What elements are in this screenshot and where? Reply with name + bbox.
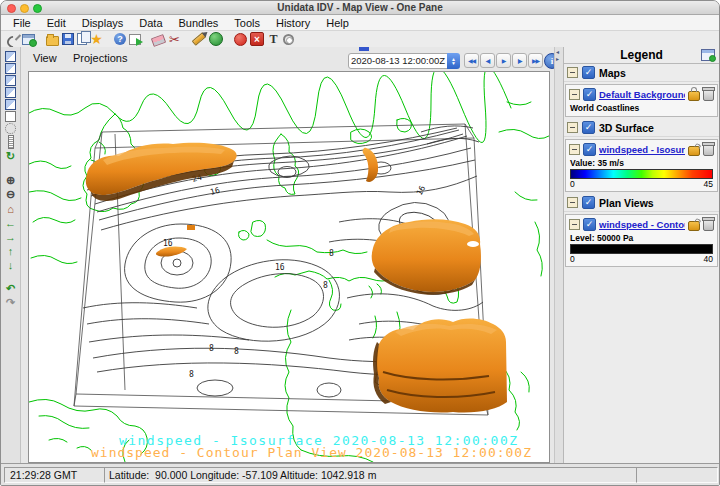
view-menu[interactable]: View: [33, 52, 57, 64]
help-icon[interactable]: ?: [114, 33, 126, 45]
menu-data[interactable]: Data: [131, 17, 170, 29]
legend-header: Legend: [564, 47, 719, 64]
unlock-icon[interactable]: [688, 221, 700, 231]
vertical-scale-icon[interactable]: [8, 135, 14, 149]
colorbar-max: 45: [704, 179, 713, 189]
export-image-icon[interactable]: [129, 34, 141, 45]
legend-item-default-background-maps: ✓ Default Background Maps World Coastlin…: [565, 84, 718, 117]
menu-history[interactable]: History: [268, 17, 318, 29]
clock-display: 21:29:28 GMT: [4, 467, 107, 483]
time-stepper[interactable]: ▲▼: [447, 53, 460, 69]
pan-down-icon[interactable]: ↓: [4, 258, 17, 271]
pan-left-icon[interactable]: ←: [4, 216, 17, 229]
record-movie-icon[interactable]: [234, 33, 247, 46]
lock-icon[interactable]: [688, 91, 700, 101]
menu-file[interactable]: File: [5, 17, 39, 29]
collapse-right-icon[interactable]: ▸: [556, 56, 559, 62]
default-background-maps-checkbox[interactable]: ✓: [583, 88, 596, 101]
menu-bar: FileEditDisplaysDataBundlesToolsHistoryH…: [1, 15, 719, 31]
blank-view-icon[interactable]: [5, 111, 16, 122]
windspeed-contour-link[interactable]: windspeed - Contour Pl...: [599, 219, 685, 230]
perspective-icon[interactable]: [5, 123, 16, 134]
contour-label: 16: [209, 186, 221, 197]
show-data-chooser-icon[interactable]: [6, 33, 19, 46]
windspeed-isosurface-checkbox[interactable]: ✓: [583, 143, 596, 156]
go-first-button[interactable]: ◀◀: [464, 53, 479, 68]
unlock-icon[interactable]: [688, 146, 700, 156]
zoom-in-icon[interactable]: ⊕: [4, 174, 17, 187]
collapse-box-icon[interactable]: [569, 219, 580, 230]
pan-up-icon[interactable]: ↑: [4, 244, 17, 257]
contour-label: 8: [189, 370, 194, 379]
home-view-icon[interactable]: ⌂: [4, 202, 17, 215]
legend-title: Legend: [564, 48, 719, 62]
settings-icon[interactable]: [283, 34, 294, 45]
drawing-control-icon[interactable]: [192, 32, 207, 46]
undo-icon[interactable]: ↶: [4, 282, 17, 295]
projection-view-icon-2[interactable]: [5, 63, 16, 74]
menu-tools[interactable]: Tools: [226, 17, 268, 29]
new-display-window-icon[interactable]: [22, 34, 35, 45]
remove-data-icon[interactable]: ✂: [168, 33, 181, 46]
go-last-button[interactable]: ▶▶: [528, 53, 543, 68]
save-bundle-icon[interactable]: [62, 33, 74, 45]
isosurface-blob-bottomright: [373, 318, 507, 412]
open-bundle-icon[interactable]: [46, 36, 59, 46]
redo-icon[interactable]: ↷: [4, 296, 17, 309]
play-button[interactable]: ▶: [496, 53, 511, 68]
collapse-box-icon[interactable]: [567, 197, 578, 208]
step-back-button[interactable]: ◀|: [480, 53, 495, 68]
projection-view-icon-5[interactable]: [5, 99, 16, 110]
projection-view-icon-1[interactable]: [5, 51, 16, 62]
title-bar[interactable]: Unidata IDV - Map View - One Pane: [1, 1, 719, 15]
step-forward-button[interactable]: |▶: [512, 53, 527, 68]
time-slider-thumb[interactable]: [359, 47, 369, 51]
maps-checkbox[interactable]: ✓: [582, 66, 595, 79]
contour-label: 16: [275, 263, 285, 272]
auto-rotate-icon[interactable]: ↻: [4, 150, 17, 163]
contour-label: 8: [209, 344, 214, 353]
map-3d-canvas[interactable]: 24 16 16 16 8 8 16 8 8 8 8: [28, 71, 550, 463]
default-background-maps-link[interactable]: Default Background Maps: [599, 89, 685, 100]
plan-views-checkbox[interactable]: ✓: [582, 196, 595, 209]
save-as-favorite-icon[interactable]: [77, 33, 87, 45]
zoom-out-icon[interactable]: ⊖: [4, 188, 17, 201]
trash-icon[interactable]: [703, 219, 714, 231]
windspeed-contour-checkbox[interactable]: ✓: [583, 218, 596, 231]
windspeed-isosurface-link[interactable]: windspeed - Isosurface: [599, 144, 685, 155]
isosurface-blob-midright: [372, 219, 481, 295]
collapse-box-icon[interactable]: [569, 89, 580, 100]
trash-icon[interactable]: [703, 89, 714, 101]
trash-icon[interactable]: [703, 144, 714, 156]
text-note-icon[interactable]: T: [267, 33, 280, 46]
time-select-field[interactable]: 2020-08-13 12:00:00Z: [348, 53, 448, 69]
pan-right-icon[interactable]: →: [4, 230, 17, 243]
menu-help[interactable]: Help: [318, 17, 357, 29]
map-view-icon[interactable]: [209, 32, 223, 46]
menu-displays[interactable]: Displays: [74, 17, 132, 29]
collapse-box-icon[interactable]: [567, 67, 578, 78]
contour-label: 16: [163, 239, 173, 248]
favorites-icon[interactable]: ★: [90, 33, 103, 46]
remove-displays-icon[interactable]: [151, 34, 166, 47]
colorbar-min: 0: [570, 179, 575, 189]
legend-category-plan-views: ✓ Plan Views: [564, 194, 719, 212]
surface-3d-checkbox[interactable]: ✓: [582, 121, 595, 134]
menu-bundles[interactable]: Bundles: [171, 17, 227, 29]
menu-edit[interactable]: Edit: [39, 17, 74, 29]
colorbar-max: 40: [704, 254, 713, 264]
stepper-down-icon: ▼: [451, 61, 456, 65]
collapse-left-icon[interactable]: ◂: [556, 49, 559, 55]
projections-menu[interactable]: Projections: [73, 52, 127, 64]
float-legend-icon[interactable]: [701, 49, 715, 61]
collapse-box-icon[interactable]: [567, 122, 578, 133]
exit-icon[interactable]: ×: [250, 32, 264, 46]
projection-view-icon-4[interactable]: [5, 87, 16, 98]
projection-view-icon-3[interactable]: [5, 75, 16, 86]
view-controls-strip: ↻⊕⊖⌂←→↑↓↶↷: [1, 47, 21, 464]
toolbar: ★?✂×T: [1, 31, 719, 48]
colorbar-min: 0: [570, 254, 575, 264]
idv-window: Unidata IDV - Map View - One Pane FileEd…: [0, 0, 720, 486]
collapse-box-icon[interactable]: [569, 144, 580, 155]
contour-label: 8: [329, 249, 334, 258]
